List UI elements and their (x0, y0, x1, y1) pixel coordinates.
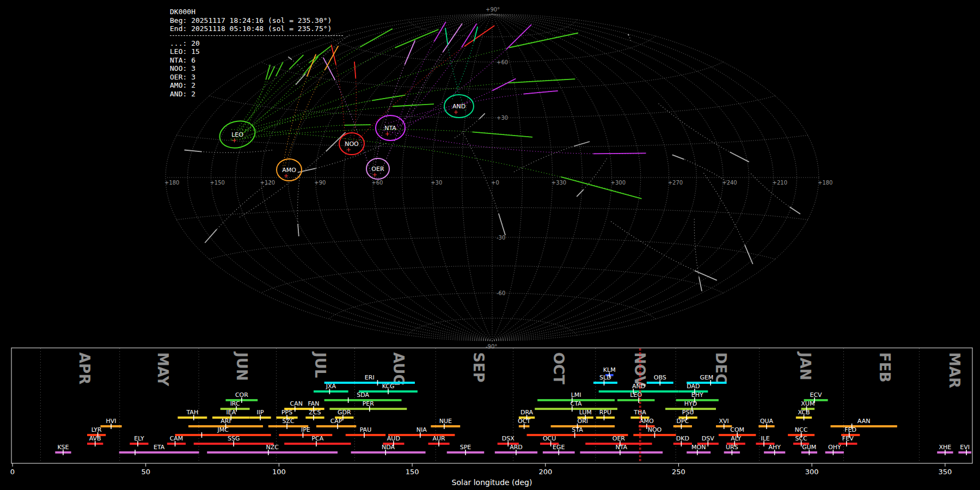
shower-count-row: NTA: 6 (170, 56, 343, 65)
meteor-segment (393, 104, 434, 106)
south-pole-label: -90° (486, 344, 497, 350)
meteor-segment (499, 213, 505, 235)
longitude-label: +270 (668, 180, 683, 186)
longitude-label: +150 (210, 180, 224, 186)
shower-code-label: XUM (801, 400, 814, 407)
shower-code-label: EGE (553, 444, 565, 451)
meteor-trail-path (452, 27, 477, 99)
x-axis-title: Solar longitude (deg) (452, 478, 532, 487)
meteor-segment (185, 150, 202, 152)
axis-tick-label: 0 (10, 468, 15, 476)
month-label: JUL (312, 351, 328, 378)
shower-code-label: TAH (186, 409, 199, 416)
meteor-segment (507, 79, 575, 83)
shower-code-label: AUD (387, 435, 400, 442)
meteor-segment (745, 245, 753, 264)
radiant-fit-marker (284, 174, 288, 178)
radiant-code-label: AND (452, 103, 465, 110)
shower-code-label: KCG (382, 383, 395, 390)
radiant-fit-marker (454, 111, 458, 114)
shower-count-row: ...: 20 (170, 39, 343, 48)
shower-code-label: ERI (365, 374, 375, 381)
radiant-fit-marker (373, 173, 377, 177)
shower-code-label: XCB (798, 409, 810, 416)
meteor-segment (472, 132, 532, 137)
radiant-code-label: LEO (231, 131, 243, 138)
shower-code-label: DRA (520, 409, 534, 416)
month-label: NOV (632, 352, 648, 387)
axis-tick-label: 250 (672, 468, 685, 476)
month-label: DEC (713, 352, 729, 384)
shower-code-label: RPU (599, 409, 611, 416)
shower-code-label: THA (633, 409, 646, 416)
axis-tick-label: 300 (805, 468, 819, 476)
shower-code-label: SLD (599, 374, 611, 381)
shower-code-label: ECV (810, 391, 822, 399)
shower-code-label: FAN (308, 400, 319, 407)
shower-code-label: JMC (217, 426, 229, 433)
shower-code-label: NDA (382, 444, 395, 451)
shower-code-label: NIA (416, 426, 427, 433)
shower-code-label: ILE (761, 435, 769, 442)
shower-code-label: OER (612, 435, 626, 442)
latitude-label: -30 (497, 235, 505, 241)
meteor-segment (574, 142, 590, 146)
shower-code-label: ELY (134, 435, 144, 442)
shower-code-label: JXA (326, 383, 336, 390)
meteor-trail-path (397, 22, 446, 125)
shower-code-label: AND (632, 383, 645, 390)
longitude-label: +120 (260, 180, 275, 186)
meteor-segment (593, 153, 646, 154)
longitude-label: +180 (818, 180, 832, 186)
month-label: MAR (946, 352, 963, 388)
meteor-segment (561, 177, 641, 199)
meteor-segment (789, 207, 800, 214)
meteor-segment (672, 155, 684, 159)
month-label: OCT (550, 352, 567, 384)
longitude-label: +330 (552, 180, 566, 186)
shower-code-label: SSG (228, 435, 240, 442)
shower-count-row: OER: 3 (170, 73, 343, 82)
activity-timeline: APRMAYJUNJULAUGSEPOCTNOVDECJANFEBMARKLME… (10, 348, 972, 487)
shower-code-label: LEO (630, 391, 642, 399)
meteor-segment (434, 22, 445, 41)
shower-code-label: MON (691, 444, 706, 451)
shower-code-label: CAN (290, 400, 302, 407)
shower-code-label: FED (844, 426, 856, 433)
meteor-segment (462, 23, 477, 47)
meteor-segment (298, 224, 299, 236)
month-label: JUN (234, 351, 250, 381)
meteor-segment (443, 23, 462, 52)
shower-code-label: PPS (281, 409, 292, 416)
radiant-fit-marker (385, 132, 389, 136)
radiant-code-label: NTA (384, 125, 396, 132)
shower-code-label: AVB (89, 435, 101, 442)
shower-code-label: OHY (828, 444, 841, 451)
shower-code-label: EHY (691, 391, 703, 399)
north-pole-label: +90° (486, 7, 500, 13)
shower-code-label: FEV (842, 435, 854, 442)
shower-code-label: HVI (106, 418, 117, 425)
meteor-trail-path (240, 125, 371, 139)
shower-code-label: PCA (311, 435, 323, 442)
shower-code-label: IPE (301, 426, 310, 433)
meteor-trail-path (205, 181, 270, 243)
shower-code-label: SDA (357, 391, 369, 399)
meteor-segment (445, 28, 448, 45)
shower-code-label: LMI (571, 391, 581, 399)
meteor-segment (354, 62, 356, 78)
shower-code-label: LYR (91, 426, 102, 433)
month-label: MAY (155, 352, 171, 387)
shower-code-label: ORI (578, 418, 589, 425)
axis-tick-label: 200 (538, 468, 552, 476)
meteor-segment (509, 33, 578, 48)
shower-code-label: ALY (731, 435, 741, 442)
longitude-label: +210 (773, 180, 787, 186)
shower-code-label: OCU (543, 435, 556, 442)
latitude-label: +30 (497, 115, 508, 121)
meteor-trail-path (381, 23, 462, 173)
shower-code-label: LUM (579, 409, 592, 416)
meteor-trail-path (244, 95, 405, 137)
shower-code-label: DPC (676, 418, 689, 425)
shower-code-label: CAP (330, 418, 342, 425)
